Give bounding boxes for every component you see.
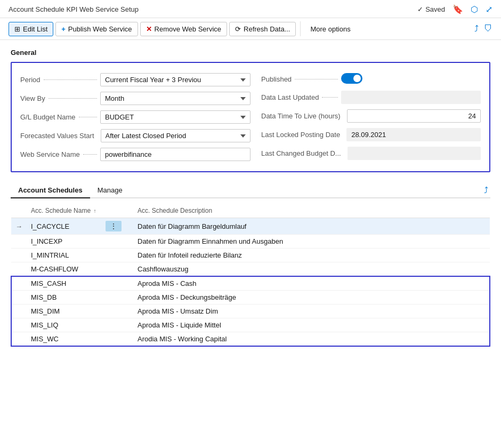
expand-icon[interactable]: ⤢	[486, 4, 492, 14]
row-arrow-cell	[11, 262, 27, 277]
toolbar-right-icons: ⤴ ⛉	[474, 24, 492, 34]
data-last-updated-control	[341, 91, 481, 104]
row-name-cell[interactable]: MIS_DIM	[27, 305, 101, 318]
row-arrow-cell	[11, 235, 27, 249]
table-header: Acc. Schedule Name ↑ Acc. Schedule Descr…	[11, 205, 490, 218]
budget-select[interactable]: BUDGET	[100, 110, 250, 124]
published-control	[341, 73, 481, 85]
viewby-select[interactable]: Month	[100, 92, 250, 105]
general-section-header: General	[11, 49, 490, 57]
tab-account-schedules[interactable]: Account Schedules	[11, 183, 90, 198]
last-changed-control	[348, 147, 481, 160]
account-schedules-section: Account Schedules Manage ⤴ Acc. Schedule…	[11, 183, 490, 347]
webservice-input[interactable]	[100, 148, 250, 161]
tab-manage[interactable]: Manage	[90, 183, 130, 198]
row-action-button[interactable]: ⋮	[106, 221, 122, 231]
table-row: MIS_LIQAproda MIS - Liquide Mittel	[11, 318, 490, 332]
top-bar: Account Schedule KPI Web Service Setup ✓…	[0, 0, 501, 18]
check-icon: ✓	[417, 5, 423, 13]
form-row-webservice: Web Service Name	[20, 145, 250, 164]
form-right-col: Published Data Last Updated	[250, 70, 481, 164]
edit-list-button[interactable]: ⊞ Edit List	[9, 22, 53, 36]
publish-web-service-button[interactable]: + Publish Web Service	[55, 22, 138, 36]
refresh-icon: ⟳	[235, 25, 241, 33]
row-description-cell: Daten für Diagramm Bargeldumlauf	[133, 218, 490, 235]
row-action-cell	[101, 305, 133, 318]
form-row-data-last-updated: Data Last Updated	[261, 88, 481, 107]
viewby-control: Month	[100, 92, 250, 105]
form-left-col: Period Current Fiscal Year + 3 Previou V…	[20, 70, 250, 164]
remove-web-service-button[interactable]: ✕ Remove Web Service	[140, 22, 227, 36]
row-description-cell: Arodia MIS - Working Capital	[133, 332, 490, 347]
budget-control: BUDGET	[100, 110, 250, 124]
row-action-cell	[101, 332, 133, 347]
row-name-cell[interactable]: MIS_DB	[27, 291, 101, 305]
table-row: M-CASHFLOWCashflowauszug	[11, 262, 490, 277]
row-arrow-cell	[11, 318, 27, 332]
row-arrow-cell	[11, 305, 27, 318]
share-icon[interactable]: ⤴	[474, 24, 479, 34]
toolbar-divider	[300, 21, 301, 36]
row-name-cell[interactable]: I_INCEXP	[27, 235, 101, 249]
row-name-cell[interactable]: MIS_LIQ	[27, 318, 101, 332]
refresh-data-button[interactable]: ⟳ Refresh Data...	[229, 22, 296, 36]
period-label: Period	[20, 76, 100, 84]
row-name-cell[interactable]: MIS_WC	[27, 332, 101, 347]
toolbar: ⊞ Edit List + Publish Web Service ✕ Remo…	[0, 18, 501, 40]
app-title: Account Schedule KPI Web Service Setup	[9, 5, 139, 13]
open-new-icon[interactable]: ⬡	[471, 4, 478, 14]
section-share-icon[interactable]: ⤴	[484, 186, 490, 195]
toggle-slider	[341, 73, 362, 84]
bookmark-icon[interactable]: 🔖	[452, 4, 463, 14]
row-action-cell	[101, 249, 133, 262]
row-description-cell: Daten für Infoteil reduzierte Bilanz	[133, 249, 490, 262]
data-last-updated-label: Data Last Updated	[261, 93, 341, 101]
table-row: MIS_DBAproda MIS - Deckungsbeiträge	[11, 291, 490, 305]
more-options-button[interactable]: More options	[305, 22, 355, 36]
webservice-label: Web Service Name	[20, 150, 100, 158]
row-action-cell[interactable]: ⋮	[101, 218, 133, 235]
table-row: MIS_CASHAproda MIS - Cash	[11, 276, 490, 291]
last-locked-input	[346, 128, 481, 141]
viewby-label: View By	[20, 94, 100, 102]
forecast-control: After Latest Closed Period	[101, 129, 251, 142]
last-locked-control	[346, 128, 481, 141]
row-name-cell[interactable]: I_MINTRIAL	[27, 249, 101, 262]
plus-icon: +	[61, 25, 66, 33]
table-row: I_INCEXPDaten für Diagramm Einnahmen und…	[11, 235, 490, 249]
top-bar-right: ✓ Saved 🔖 ⬡ ⤢	[417, 4, 492, 14]
x-icon: ✕	[146, 25, 152, 33]
period-select[interactable]: Current Fiscal Year + 3 Previou	[100, 73, 250, 86]
last-changed-label: Last Changed Budget D...	[261, 149, 348, 157]
table-row: MIS_WCArodia MIS - Working Capital	[11, 332, 490, 347]
form-row-published: Published	[261, 70, 481, 88]
form-row-data-time-live: Data Time To Live (hours)	[261, 107, 481, 125]
row-arrow-cell	[11, 291, 27, 305]
col-description-header: Acc. Schedule Description	[133, 205, 490, 218]
data-time-live-input[interactable]	[347, 109, 481, 123]
form-row-last-changed: Last Changed Budget D...	[261, 144, 481, 163]
row-action-cell	[101, 276, 133, 291]
row-name-cell[interactable]: I_CACYCLE	[27, 218, 101, 235]
row-action-cell	[101, 235, 133, 249]
account-schedules-table: Acc. Schedule Name ↑ Acc. Schedule Descr…	[11, 205, 490, 347]
forecast-select[interactable]: After Latest Closed Period	[101, 129, 251, 142]
published-toggle[interactable]	[341, 73, 362, 84]
webservice-control	[100, 148, 250, 161]
filter-icon[interactable]: ⛉	[484, 24, 492, 34]
row-arrow-cell	[11, 332, 27, 347]
row-action-cell	[101, 318, 133, 332]
form-row-last-locked: Last Locked Posting Date	[261, 125, 481, 144]
table-row: MIS_DIMAproda MIS - Umsatz Dim	[11, 305, 490, 318]
edit-list-icon: ⊞	[14, 25, 20, 33]
col-action-header	[101, 205, 133, 218]
form-row-forecast: Forecasted Values Start After Latest Clo…	[20, 126, 250, 145]
data-time-live-control	[347, 109, 481, 123]
row-arrow-cell	[11, 249, 27, 262]
row-name-cell[interactable]: M-CASHFLOW	[27, 262, 101, 277]
form-row-viewby: View By Month	[20, 89, 250, 108]
budget-label: G/L Budget Name	[20, 113, 100, 121]
col-name-header[interactable]: Acc. Schedule Name ↑	[27, 205, 101, 218]
row-description-cell: Aproda MIS - Cash	[133, 276, 490, 291]
row-name-cell[interactable]: MIS_CASH	[27, 276, 101, 291]
